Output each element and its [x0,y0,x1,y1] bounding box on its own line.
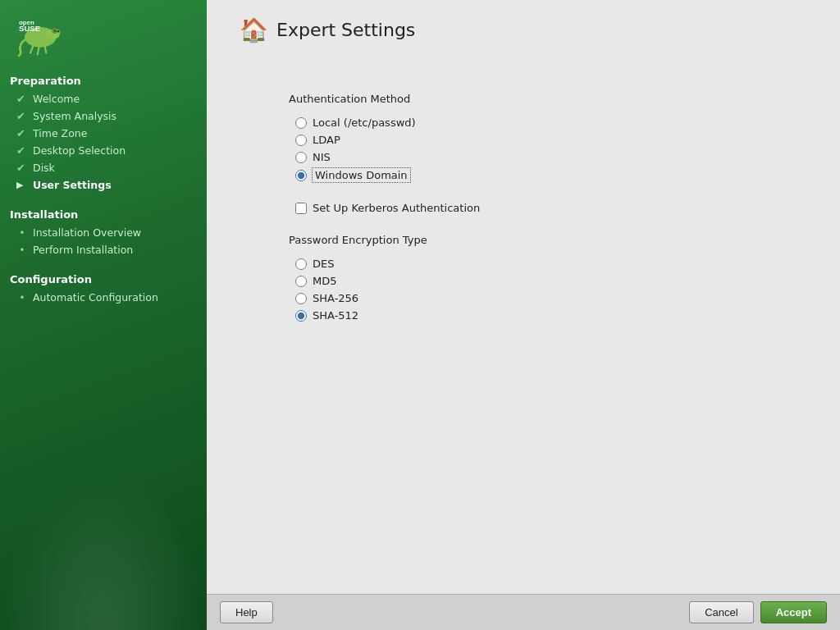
check-icon: ✔ [16,93,28,105]
auth-local-radio[interactable] [295,117,307,129]
sidebar: open SUSE Preparation ✔ Welcome ✔ System… [0,0,207,630]
auth-ldap-item[interactable]: LDAP [295,134,807,146]
enc-sha512-item[interactable]: SHA-512 [295,309,807,322]
section-configuration: Configuration [0,267,207,289]
auth-local-item[interactable]: Local (/etc/passwd) [295,116,807,129]
main-area: 🏠 Expert Settings Authentication Method … [207,0,840,630]
auth-ldap-radio[interactable] [295,135,307,146]
sidebar-item-label: Installation Overview [33,226,141,239]
svg-line-4 [30,46,34,53]
auth-nis-item[interactable]: NIS [295,151,807,163]
check-icon: ✔ [16,144,28,157]
sidebar-item-label: Automatic Configuration [33,291,158,304]
auth-nis-label: NIS [313,151,331,163]
auth-nis-radio[interactable] [295,152,307,163]
logo-area: open SUSE [0,0,207,68]
sidebar-item-desktop-selection[interactable]: ✔ Desktop Selection [0,142,207,159]
svg-line-5 [38,48,39,55]
kerberos-checkbox[interactable] [295,203,307,214]
enc-sha256-item[interactable]: SHA-256 [295,292,807,304]
enc-sha512-radio[interactable] [295,310,307,322]
kerberos-label: Set Up Kerberos Authentication [313,202,480,214]
content-area: 🏠 Expert Settings Authentication Method … [207,0,840,594]
svg-text:SUSE: SUSE [19,24,41,33]
page-title: Expert Settings [276,20,415,40]
sidebar-item-disk[interactable]: ✔ Disk [0,159,207,176]
cancel-button[interactable]: Cancel [689,601,753,623]
auth-method-group: Local (/etc/passwd) LDAP NIS Windows Dom… [295,116,807,182]
auth-ldap-label: LDAP [313,134,340,146]
auth-windows-label: Windows Domain [313,168,410,182]
encryption-group: DES MD5 SHA-256 SHA-512 [295,258,807,322]
enc-md5-radio[interactable] [295,276,307,287]
check-icon: ✔ [16,110,28,122]
sidebar-item-system-analysis[interactable]: ✔ System Analysis [0,107,207,125]
enc-sha256-label: SHA-256 [313,292,358,304]
encryption-label: Password Encryption Type [289,234,807,246]
sidebar-item-automatic-configuration[interactable]: Automatic Configuration [0,289,207,306]
svg-point-9 [55,30,56,30]
sidebar-item-perform-installation[interactable]: Perform Installation [0,241,207,258]
enc-des-label: DES [313,258,334,270]
sidebar-item-label: Time Zone [33,127,87,139]
help-button[interactable]: Help [220,601,273,623]
check-icon: ✔ [16,127,28,139]
opensuse-logo: open SUSE [13,13,71,58]
enc-des-radio[interactable] [295,258,307,270]
sidebar-item-label: Disk [33,162,55,174]
bottom-bar: Help Cancel Accept [207,594,840,630]
auth-windows-item[interactable]: Windows Domain [295,168,807,182]
page-title-area: 🏠 Expert Settings [240,16,807,43]
svg-line-6 [45,46,47,53]
enc-md5-item[interactable]: MD5 [295,275,807,287]
enc-sha512-label: SHA-512 [313,309,358,322]
sidebar-item-label: Desktop Selection [33,144,126,157]
page-title-icon: 🏠 [240,16,268,43]
check-icon: ✔ [16,162,28,174]
sidebar-item-installation-overview[interactable]: Installation Overview [0,224,207,241]
enc-des-item[interactable]: DES [295,258,807,270]
accept-button[interactable]: Accept [760,601,827,623]
auth-method-label: Authentication Method [289,93,807,105]
arrow-icon: ▶ [16,180,28,190]
kerberos-item[interactable]: Set Up Kerberos Authentication [295,202,807,214]
auth-local-label: Local (/etc/passwd) [313,116,416,129]
enc-md5-label: MD5 [313,275,337,287]
sidebar-item-label: Welcome [33,93,80,105]
section-installation: Installation [0,202,207,224]
sidebar-item-label: User Settings [33,179,112,191]
sidebar-item-time-zone[interactable]: ✔ Time Zone [0,125,207,142]
sidebar-item-welcome[interactable]: ✔ Welcome [0,90,207,107]
sidebar-item-user-settings[interactable]: ▶ User Settings [0,176,207,194]
enc-sha256-radio[interactable] [295,293,307,304]
section-preparation: Preparation [0,68,207,90]
sidebar-item-label: Perform Installation [33,244,133,256]
sidebar-item-label: System Analysis [33,110,116,122]
auth-windows-radio[interactable] [295,170,307,181]
